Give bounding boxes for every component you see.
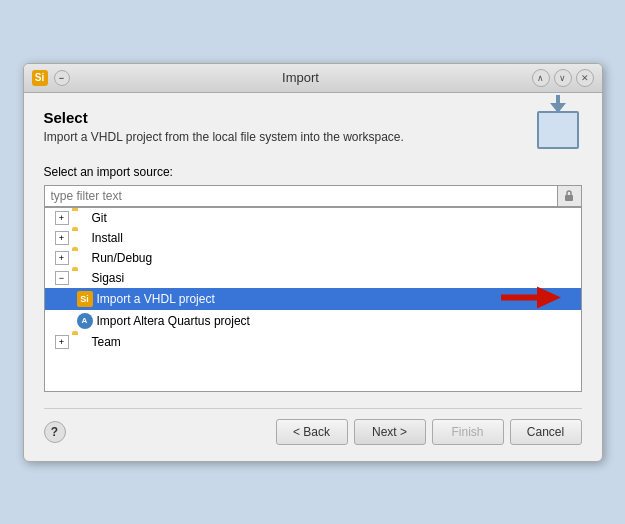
tree-item-rundebug[interactable]: + Run/Debug (45, 248, 581, 268)
header-icon (534, 109, 582, 151)
tree-label-git: Git (92, 211, 107, 225)
section-title: Select (44, 109, 404, 126)
tree-label-import-altera: Import Altera Quartus project (97, 314, 250, 328)
window-title: Import (70, 70, 532, 85)
dialog-window: Si − Import ∧ ∨ ✕ Select Import a VHDL p… (23, 63, 603, 462)
action-buttons: < Back Next > Finish Cancel (276, 419, 582, 445)
close-button[interactable]: ✕ (576, 69, 594, 87)
tree-container: + Git + Install + Run/Debug − (44, 207, 582, 392)
tree-label-sigasi: Sigasi (92, 271, 125, 285)
altera-icon: A (77, 313, 93, 329)
tree-label-import-vhdl: Import a VHDL project (97, 292, 215, 306)
folder-icon-sigasi (72, 271, 88, 284)
svg-rect-0 (565, 195, 573, 201)
tree-item-import-vhdl[interactable]: Si Import a VHDL project (45, 288, 581, 310)
titlebar-controls: ∧ ∨ ✕ (532, 69, 594, 87)
up-button[interactable]: ∨ (554, 69, 572, 87)
expand-install[interactable]: + (55, 231, 69, 245)
tree-item-import-altera[interactable]: A Import Altera Quartus project (45, 310, 581, 332)
back-button[interactable]: < Back (276, 419, 348, 445)
tree-item-install[interactable]: + Install (45, 228, 581, 248)
section-description: Import a VHDL project from the local fil… (44, 130, 404, 144)
next-button[interactable]: Next > (354, 419, 426, 445)
folder-icon-install (72, 231, 88, 244)
import-graphic (537, 111, 579, 149)
expand-git[interactable]: + (55, 211, 69, 225)
expand-team[interactable]: + (55, 335, 69, 349)
titlebar-left: Si − (32, 70, 70, 86)
si-icon-vhdl: Si (77, 291, 93, 307)
folder-icon-team (72, 335, 88, 348)
tree-label-rundebug: Run/Debug (92, 251, 153, 265)
svg-marker-1 (501, 286, 561, 308)
tree-item-sigasi[interactable]: − Sigasi (45, 268, 581, 288)
window-icon: Si (32, 70, 48, 86)
expand-rundebug[interactable]: + (55, 251, 69, 265)
restore-button[interactable]: ∧ (532, 69, 550, 87)
header-section: Select Import a VHDL project from the lo… (44, 109, 582, 151)
red-arrow-icon (501, 286, 561, 308)
finish-button[interactable]: Finish (432, 419, 504, 445)
expand-sigasi[interactable]: − (55, 271, 69, 285)
help-button[interactable]: ? (44, 421, 66, 443)
filter-row (44, 185, 582, 207)
cancel-button[interactable]: Cancel (510, 419, 582, 445)
minimize-button[interactable]: − (54, 70, 70, 86)
dialog-content: Select Import a VHDL project from the lo… (24, 93, 602, 461)
folder-icon-rundebug (72, 251, 88, 264)
arrow-indicator (501, 286, 561, 311)
folder-icon-git (72, 211, 88, 224)
lock-icon (563, 190, 575, 202)
tree-item-team[interactable]: + Team (45, 332, 581, 352)
filter-input[interactable] (44, 185, 558, 207)
tree-item-git[interactable]: + Git (45, 208, 581, 228)
tree-label-install: Install (92, 231, 123, 245)
bottom-section: ? < Back Next > Finish Cancel (44, 408, 582, 445)
filter-clear-button[interactable] (558, 185, 582, 207)
header-text: Select Import a VHDL project from the lo… (44, 109, 404, 144)
tree-label-team: Team (92, 335, 121, 349)
filter-label: Select an import source: (44, 165, 582, 179)
titlebar: Si − Import ∧ ∨ ✕ (24, 64, 602, 93)
